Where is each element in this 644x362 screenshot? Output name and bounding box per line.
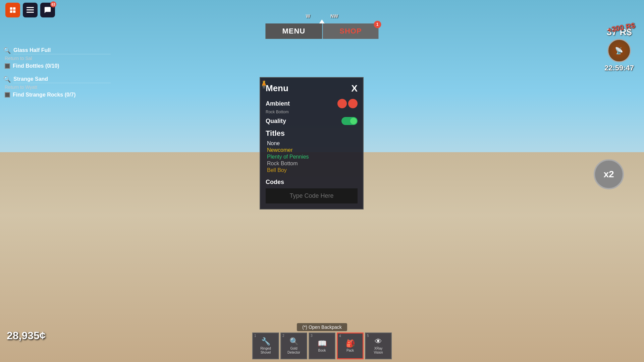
ambient-npc-name: Rock Bottom bbox=[266, 110, 358, 114]
slot-number-2: 2 bbox=[282, 334, 284, 338]
compass-nw: NW bbox=[330, 13, 338, 19]
title-plenty-pennies[interactable]: Plenty of Pennies bbox=[267, 154, 358, 160]
roblox-chat-icon[interactable]: 63 bbox=[40, 3, 55, 17]
quest-search-2: 🔍 Strange Sand bbox=[3, 76, 111, 83]
ambient-label: Ambient bbox=[266, 100, 290, 107]
titles-list: None Newcomer Plenty of Pennies Rock Bot… bbox=[266, 140, 358, 173]
ambient-setting-row: Ambient bbox=[266, 99, 358, 108]
svg-rect-5 bbox=[26, 9, 34, 10]
dialog-header: 🧍 Menu X bbox=[266, 83, 358, 94]
nav-buttons: MENU SHOP 1 bbox=[265, 23, 378, 39]
slot-label-4: Pack bbox=[346, 349, 354, 353]
player-avatar[interactable]: 📡 bbox=[607, 39, 631, 62]
player-info: 37 R$ +300 R$ 📡 22:59:47 bbox=[604, 27, 634, 72]
signal-icon: 📡 bbox=[615, 47, 623, 55]
codes-label: Codes bbox=[266, 179, 358, 186]
title-none[interactable]: None bbox=[267, 140, 358, 146]
titles-section-header: Titles bbox=[266, 129, 358, 138]
slot-label-1: RingedShovel bbox=[260, 347, 271, 355]
hotbar-slot-1[interactable]: 1 🔧 RingedShovel bbox=[252, 333, 279, 359]
shop-badge: 1 bbox=[374, 21, 381, 28]
quality-label: Quality bbox=[266, 118, 286, 125]
quest-search-icon-1: 🔍 bbox=[3, 47, 11, 54]
quest-panel: 🔍 Glass Half Full Return to Sal Find Bot… bbox=[3, 47, 111, 105]
hotbar-slot-3[interactable]: 3 📖 Book bbox=[309, 333, 335, 359]
svg-rect-4 bbox=[26, 7, 34, 8]
slot-icon-book: 📖 bbox=[318, 339, 327, 348]
slot-label-5: XRayVision bbox=[374, 347, 383, 355]
slot-number-1: 1 bbox=[254, 334, 256, 338]
slot-label-2: GoldDetector bbox=[287, 347, 300, 355]
svg-rect-0 bbox=[10, 7, 12, 10]
hotbar-slot-2[interactable]: 2 🔍 GoldDetector bbox=[280, 333, 307, 359]
svg-rect-3 bbox=[13, 10, 15, 13]
title-newcomer[interactable]: Newcomer bbox=[267, 147, 358, 153]
quest-giver-1: Return to Sal bbox=[3, 56, 111, 61]
slot-icon-detector: 🔍 bbox=[289, 337, 299, 346]
quest-name-2: Strange Sand bbox=[13, 76, 111, 83]
compass: W NW bbox=[306, 13, 338, 23]
quest-checkbox-1[interactable] bbox=[5, 63, 10, 69]
menu-dialog: 🧍 Menu X Ambient Rock Bottom Quality Tit… bbox=[260, 77, 364, 209]
quest-checkbox-2[interactable] bbox=[5, 92, 10, 98]
title-rock-bottom[interactable]: Rock Bottom bbox=[267, 161, 358, 167]
roblox-icons: 63 bbox=[5, 3, 55, 17]
slot-number-3: 3 bbox=[311, 334, 313, 338]
quest-item-1: 🔍 Glass Half Full Return to Sal Find Bot… bbox=[3, 47, 111, 69]
currency-display: 28,935¢ bbox=[7, 329, 46, 342]
slot-icon-pack: 🎒 bbox=[346, 339, 355, 348]
compass-indicator bbox=[319, 19, 325, 23]
quest-giver-2: Return to Wyatt bbox=[3, 84, 111, 90]
slot-icon-xray: 👁 bbox=[375, 337, 382, 346]
hotbar-slot-4[interactable]: 4 🎒 Pack bbox=[337, 333, 364, 359]
svg-rect-2 bbox=[10, 10, 12, 13]
quest-item-2: 🔍 Strange Sand Return to Wyatt Find Stra… bbox=[3, 76, 111, 98]
slot-number-5: 5 bbox=[367, 334, 369, 338]
quest-search-icon-2: 🔍 bbox=[3, 76, 11, 83]
slot-number-4: 4 bbox=[339, 334, 341, 338]
svg-rect-6 bbox=[26, 12, 34, 13]
bottom-toolbar: (*) Open Backpack 1 🔧 RingedShovel 2 🔍 G… bbox=[252, 323, 392, 362]
open-backpack-button[interactable]: (*) Open Backpack bbox=[297, 323, 347, 331]
ambient-toggle-group bbox=[337, 99, 358, 108]
title-bell-boy[interactable]: Bell Boy bbox=[267, 167, 358, 173]
chat-badge: 63 bbox=[50, 1, 56, 7]
svg-rect-1 bbox=[13, 7, 15, 10]
roblox-menu-icon[interactable] bbox=[23, 3, 38, 17]
compass-bar: W NW bbox=[306, 13, 338, 19]
x2-multiplier-button[interactable]: x2 bbox=[594, 159, 624, 189]
ambient-toggle-off[interactable] bbox=[337, 99, 347, 108]
quality-setting-row: Quality bbox=[266, 117, 358, 125]
hotbar: 1 🔧 RingedShovel 2 🔍 GoldDetector 3 📖 Bo… bbox=[252, 333, 392, 359]
shop-button[interactable]: SHOP 1 bbox=[323, 23, 378, 39]
dialog-close-button[interactable]: X bbox=[351, 84, 358, 93]
compass-w: W bbox=[306, 13, 310, 19]
dialog-char-icon: 🧍 bbox=[259, 80, 269, 89]
quest-task-1: Find Bottles (0/10) bbox=[3, 63, 111, 69]
quality-toggle[interactable] bbox=[341, 117, 358, 125]
code-input[interactable] bbox=[266, 188, 358, 203]
quest-search-1: 🔍 Glass Half Full bbox=[3, 47, 111, 54]
menu-button[interactable]: MENU bbox=[265, 23, 322, 39]
quality-toggle-group bbox=[341, 117, 358, 125]
roblox-home-icon[interactable] bbox=[5, 3, 20, 17]
ambient-toggle-on[interactable] bbox=[348, 99, 358, 108]
hotbar-slot-5[interactable]: 5 👁 XRayVision bbox=[365, 333, 392, 359]
slot-icon-shovel: 🔧 bbox=[261, 337, 270, 346]
game-timer: 22:59:47 bbox=[604, 64, 634, 72]
quest-task-2: Find Strange Rocks (0/7) bbox=[3, 92, 111, 98]
x2-label: x2 bbox=[603, 169, 614, 180]
dialog-title: Menu bbox=[266, 83, 288, 94]
slot-label-3: Book bbox=[318, 349, 326, 353]
quest-name-1: Glass Half Full bbox=[13, 47, 111, 54]
